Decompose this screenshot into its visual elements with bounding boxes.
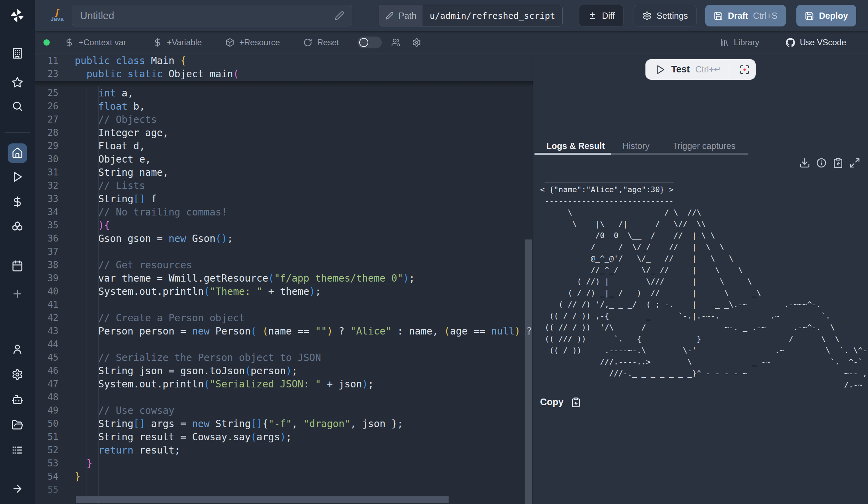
line-number: 28 xyxy=(35,127,58,138)
robot-icon xyxy=(11,394,23,405)
line-number: 50 xyxy=(35,418,58,429)
line-number: 34 xyxy=(35,207,58,217)
sidebar-item-resources[interactable] xyxy=(8,217,27,237)
dollar-icon xyxy=(11,196,23,208)
line-number: 45 xyxy=(35,352,58,363)
draft-shortcut: Ctrl+S xyxy=(753,11,777,21)
code-line: 35 ){ xyxy=(35,219,533,232)
arrow-right-icon xyxy=(11,483,23,495)
folder-open-icon xyxy=(11,419,23,431)
editor-toolbar: +Context var +Variable +Resource Reset L… xyxy=(35,31,868,54)
sidebar-item-workers[interactable] xyxy=(8,390,27,409)
horizontal-scrollbar[interactable] xyxy=(76,496,449,503)
tab-history[interactable]: History xyxy=(622,141,650,151)
editor-settings-button[interactable] xyxy=(412,31,421,54)
settings-button[interactable]: Settings xyxy=(634,5,697,26)
sidebar-collapse-button[interactable] xyxy=(8,479,27,498)
topbar: ʃ Java Untitled Path u/admin/refreshed_s… xyxy=(35,0,868,31)
code-line: 11public class Main { xyxy=(35,54,533,67)
sidebar-item-folders[interactable] xyxy=(8,415,27,435)
code-line: 33 String[] f xyxy=(35,192,533,205)
code-line: 25 int a, xyxy=(35,86,533,100)
add-context-var-button[interactable]: +Context var xyxy=(65,31,126,54)
home-icon xyxy=(11,147,23,159)
code-editor[interactable]: 25 int a,26 float b,27 // Objects28 Inte… xyxy=(35,54,533,504)
path-label: Path xyxy=(399,11,416,21)
tab-trigger-captures[interactable]: Trigger captures xyxy=(673,141,736,151)
line-number: 11 xyxy=(35,55,58,66)
code-lines[interactable]: 25 int a,26 float b,27 // Objects28 Inte… xyxy=(35,86,533,496)
sidebar-item-workspace[interactable] xyxy=(8,44,27,63)
test-button[interactable]: Test Ctrl+↵ xyxy=(645,59,756,80)
add-variable-button[interactable]: +Variable xyxy=(153,31,202,54)
line-number: 32 xyxy=(35,180,58,191)
gear-icon xyxy=(412,38,421,47)
code-line: 50 String[] args = new String[]{"-f", "d… xyxy=(35,417,533,430)
code-line: 41 xyxy=(35,298,533,311)
sidebar-item-settings[interactable] xyxy=(8,365,27,384)
tab-logs-result[interactable]: Logs & Result xyxy=(546,141,605,151)
code-line: 51 String result = Cowsay.say(args); xyxy=(35,430,533,443)
preview-panel: Test Ctrl+↵ Logs & Result History Trigge… xyxy=(533,54,868,504)
line-number: 35 xyxy=(35,220,58,230)
code-line: 32 // Lists xyxy=(35,179,533,192)
draft-button[interactable]: Draft Ctrl+S xyxy=(705,5,786,26)
save-icon xyxy=(805,11,814,21)
line-number: 49 xyxy=(35,405,58,416)
line-number: 27 xyxy=(35,114,58,125)
path-field[interactable]: Path u/admin/refreshed_script xyxy=(379,5,563,26)
sidebar-item-add[interactable] xyxy=(8,284,27,304)
list-icon xyxy=(11,444,23,456)
sidebar-item-variables[interactable] xyxy=(8,192,27,212)
windmill-logo-icon[interactable] xyxy=(9,8,25,24)
code-line: 47 System.out.println("Serialized JSON: … xyxy=(35,377,533,391)
edit-title-icon[interactable] xyxy=(335,11,344,21)
download-icon[interactable] xyxy=(799,157,810,168)
copy-result-button[interactable]: Copy xyxy=(540,397,581,408)
code-line: 23 public static Object main( xyxy=(35,67,533,80)
sidebar-item-schedules[interactable] xyxy=(8,256,27,276)
line-number: 47 xyxy=(35,379,58,389)
clipboard-icon[interactable] xyxy=(833,157,844,168)
use-vscode-button[interactable]: Use VScode xyxy=(786,31,846,54)
reset-button[interactable]: Reset xyxy=(303,31,339,54)
code-line: 28 Integer age, xyxy=(35,126,533,139)
line-number: 44 xyxy=(35,339,58,349)
sidebar-item-user[interactable] xyxy=(8,339,27,359)
sidebar-item-home[interactable] xyxy=(8,143,27,163)
code-line: 31 String name, xyxy=(35,166,533,179)
vertical-scrollbar[interactable] xyxy=(525,239,532,504)
refresh-icon xyxy=(303,38,312,47)
code-line: 45 // Serialize the Person object to JSO… xyxy=(35,351,533,364)
line-number: 40 xyxy=(35,286,58,297)
sidebar-item-favorites[interactable] xyxy=(8,73,27,92)
script-title-input[interactable]: Untitled xyxy=(72,5,352,26)
library-button[interactable]: Library xyxy=(720,31,759,54)
sidebar-item-runs[interactable] xyxy=(8,167,27,187)
save-icon xyxy=(714,11,723,21)
deploy-button[interactable]: Deploy xyxy=(796,5,856,26)
github-icon xyxy=(786,38,795,47)
user-icon xyxy=(11,343,23,355)
collaborators-button[interactable] xyxy=(391,31,400,54)
capture-button[interactable] xyxy=(737,62,752,77)
assistant-toggle[interactable] xyxy=(357,37,382,48)
add-resource-button[interactable]: +Resource xyxy=(225,31,280,54)
info-icon[interactable] xyxy=(816,157,827,168)
dollar-icon xyxy=(65,38,74,47)
line-number: 31 xyxy=(35,167,58,178)
diff-button[interactable]: Diff xyxy=(579,5,624,26)
path-value[interactable]: u/admin/refreshed_script xyxy=(423,5,562,26)
sidebar-item-search[interactable] xyxy=(8,96,27,116)
sidebar-item-logs[interactable] xyxy=(8,440,27,460)
line-number: 30 xyxy=(35,154,58,164)
line-number: 26 xyxy=(35,101,58,111)
pencil-icon xyxy=(385,11,394,20)
dollar-icon xyxy=(153,38,162,47)
code-line: 39 var theme = Wmill.getResource("f/app_… xyxy=(35,271,533,285)
expand-icon[interactable] xyxy=(849,157,860,168)
line-number: 23 xyxy=(35,69,58,79)
script-title[interactable]: Untitled xyxy=(80,10,335,22)
line-number: 43 xyxy=(35,326,58,336)
code-line: 34 // No trailing commas! xyxy=(35,205,533,219)
